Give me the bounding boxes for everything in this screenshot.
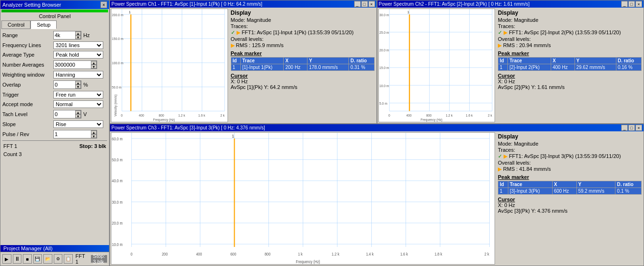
pulse-rev-input[interactable] <box>54 131 91 138</box>
num-avg-up[interactable]: ▲ <box>91 61 97 65</box>
svg-text:200: 200 <box>162 252 168 257</box>
weight-win-select[interactable]: Hanning <box>53 71 103 79</box>
overlap-up[interactable]: ▲ <box>75 81 81 85</box>
count-value: 3 <box>19 151 21 157</box>
tach-level-spinners: ▲ ▼ <box>75 110 81 118</box>
close-button[interactable]: × <box>100 1 107 8</box>
svg-text:400: 400 <box>196 252 202 257</box>
slope-select[interactable]: Rise <box>53 120 103 128</box>
chart2-maximize[interactable]: □ <box>628 1 635 7</box>
project-bar: Project Manager (All) <box>0 245 109 252</box>
top-charts-row: Power Spectrum Ch1 - FFT1: AvSpc [1]-Inp… <box>109 0 644 124</box>
svg-rect-26 <box>379 9 495 117</box>
num-avg-input[interactable] <box>54 61 91 68</box>
pulse-rev-down[interactable]: ▼ <box>91 134 97 138</box>
tach-level-input[interactable] <box>54 111 75 118</box>
trigger-select[interactable]: Free run <box>53 91 103 99</box>
trigger-row: Trigger Free run <box>0 90 109 99</box>
svg-text:100.0 m: 100.0 m <box>112 61 123 65</box>
overlap-down[interactable]: ▼ <box>75 85 81 89</box>
rms-icon-ch3: ▶ <box>498 166 502 172</box>
avg-type-label: Average Type <box>2 52 52 58</box>
svg-text:600: 600 <box>230 252 237 257</box>
slope-row: Slope Rise <box>0 119 109 129</box>
svg-text:400: 400 <box>139 114 144 117</box>
chart1-minimize[interactable]: _ <box>354 1 361 7</box>
progress-bar: Stop: 3 blk <box>91 255 107 263</box>
th-dratio-ch3: D. ratio <box>615 181 642 188</box>
chart1-body: 1 200.0 m 150.0 m 100.0 m 50.0 m 0 400 8… <box>110 8 376 123</box>
chart1-cursor-x: X: 0 Hz <box>231 79 375 84</box>
chart1-canvas: 1 200.0 m 150.0 m 100.0 m 50.0 m 0 400 8… <box>111 9 228 122</box>
num-avg-down[interactable]: ▼ <box>91 65 97 69</box>
peak-x-ch1-1: 200 Hz <box>284 64 307 71</box>
stop-button[interactable]: ■ <box>23 254 32 264</box>
peak-row-ch2-1[interactable]: 1 [2]-Input 2(Pk) 400 Hz 29.62 mmm/s 0.1… <box>498 64 642 71</box>
chart2-peak-table: Id Trace X Y D. ratio 1 [2]- <box>498 57 642 71</box>
svg-text:1.8 k: 1.8 k <box>435 252 442 257</box>
tach-level-group: ▲ ▼ <box>53 110 81 118</box>
play-button[interactable]: ▶ <box>2 254 11 264</box>
tab-control[interactable]: Control <box>1 20 30 29</box>
chart1-titlebar: Power Spectrum Ch1 - FFT1: AvSpc [1]-Inp… <box>110 0 376 8</box>
svg-text:5.0 m: 5.0 m <box>379 102 387 105</box>
chart1-trace1: ✓ ▶ FFT1: AvSpc [1]-Input 1(Pk) (13:55:3… <box>231 30 375 36</box>
chart3-btns: _ □ × <box>621 125 642 131</box>
svg-text:200.0 m: 200.0 m <box>112 13 123 17</box>
svg-text:1.2 k: 1.2 k <box>332 252 339 257</box>
peak-row-ch3-1[interactable]: 1 [3]-Input 3(Pk) 600 Hz 59.2 mmm/s 0.1 … <box>498 188 642 195</box>
rms-icon-ch2: ▶ <box>498 42 502 48</box>
accept-mode-select[interactable]: Normal <box>53 100 103 108</box>
svg-text:800: 800 <box>426 114 431 117</box>
peak-id-ch2-1: 1 <box>498 64 508 71</box>
save-button[interactable]: 💾 <box>33 254 42 264</box>
settings-tabs: Control Setup <box>1 20 108 29</box>
pause-button[interactable]: ⏸ <box>13 254 22 264</box>
slope-label: Slope <box>2 121 52 127</box>
open-button[interactable]: 📂 <box>43 254 52 264</box>
chart2-svg: 1 30.0 m 25.0 m 20.0 m 15.0 m 10.0 m 5.0… <box>379 9 495 122</box>
chart3-cursor-section: Cursor X: 0 Hz AvSpc [3](Pk) Y: 4.376 nm… <box>498 197 642 214</box>
peak-row-ch1-1[interactable]: 1 [1]-Input 1(Pk) 200 Hz 178.0 mmm/s 0.3… <box>231 64 374 71</box>
chart1-maximize[interactable]: □ <box>361 1 368 7</box>
overlap-input[interactable] <box>54 81 75 88</box>
tab-setup[interactable]: Setup <box>30 20 57 29</box>
range-input[interactable] <box>54 32 75 39</box>
th-y-ch3: Y <box>576 181 615 188</box>
settings-button[interactable]: ⚙ <box>54 254 63 264</box>
range-down[interactable]: ▼ <box>75 35 81 39</box>
pulse-rev-spinners: ▲ ▼ <box>91 130 97 138</box>
svg-text:Frequency (Hz): Frequency (Hz) <box>153 118 175 122</box>
stop-label: Stop: 3 blk <box>79 143 106 149</box>
accept-mode-label: Accept mode <box>2 101 52 107</box>
svg-text:50.0 m: 50.0 m <box>112 158 123 163</box>
chart3-maximize[interactable]: □ <box>628 125 635 131</box>
th-dratio-ch1: D. ratio <box>349 58 374 64</box>
chart3-minimize[interactable]: _ <box>621 125 628 131</box>
th-id-ch2: Id <box>498 58 508 64</box>
freq-lines-select[interactable]: 3201 lines <box>53 41 103 49</box>
svg-text:2 k: 2 k <box>485 252 489 257</box>
chart1-cursor-section: Cursor X: 0 Hz AvSpc [1](Pk) Y: 64.2 nmm… <box>231 73 375 90</box>
chart3-close[interactable]: × <box>635 125 642 131</box>
chart3-trace1: ✓ ▶ FFT1: AvSpc [3]-Input 3(Pk) (13:55:3… <box>498 153 642 159</box>
chart1-overall-label: Overall levels: <box>231 36 375 42</box>
trigger-label: Trigger <box>2 92 52 98</box>
tach-level-down[interactable]: ▼ <box>75 114 81 118</box>
tach-level-row: Tach Level ▲ ▼ V <box>0 109 109 119</box>
chart1-close[interactable]: × <box>368 1 375 7</box>
chart2-rms-text: RMS : 20.94 mmm/s <box>503 42 551 48</box>
chart2-title: Power Spectrum Ch2 - FFT1: AvSpc [2]-Inp… <box>379 1 530 7</box>
chart2-close[interactable]: × <box>635 1 642 7</box>
extra-button[interactable]: 📋 <box>64 254 73 264</box>
avg-type-select[interactable]: Peak hold <box>53 51 103 59</box>
range-up[interactable]: ▲ <box>75 31 81 35</box>
svg-text:800: 800 <box>159 114 164 117</box>
tach-level-up[interactable]: ▲ <box>75 110 81 114</box>
pulse-rev-up[interactable]: ▲ <box>91 130 97 134</box>
chart3-cursor-title: Cursor <box>498 197 642 202</box>
fft1-label: FFT 1 <box>3 143 17 149</box>
chart2-minimize[interactable]: _ <box>621 1 628 7</box>
chart2-trace1: ✓ ▶ FFT1: AvSpc [2]-Input 2(Pk) (13:55:3… <box>498 30 642 36</box>
chart2-cursor-y: AvSpc [2](Pk) Y: 1.61 nmm/s <box>498 84 642 90</box>
